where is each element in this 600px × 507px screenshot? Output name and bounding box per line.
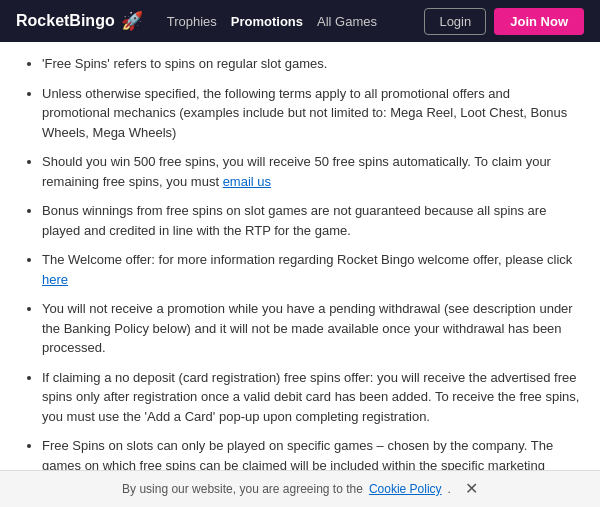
nav-links: Trophies Promotions All Games: [167, 14, 409, 29]
cookie-close-button[interactable]: ✕: [465, 481, 478, 497]
here-link[interactable]: here: [42, 272, 68, 287]
cookie-bar: By using our website, you are agreeing t…: [0, 470, 600, 507]
list-item: Bonus winnings from free spins on slot g…: [42, 201, 580, 240]
list-item-text: Bonus winnings from free spins on slot g…: [42, 203, 546, 238]
list-item: The Welcome offer: for more information …: [42, 250, 580, 289]
list-item: If claiming a no deposit (card registrat…: [42, 368, 580, 427]
header: RocketBingo 🚀 Trophies Promotions All Ga…: [0, 0, 600, 42]
list-item-text-before: Should you win 500 free spins, you will …: [42, 154, 551, 189]
list-item: Unless otherwise specified, the followin…: [42, 84, 580, 143]
list-item: Should you win 500 free spins, you will …: [42, 152, 580, 191]
list-item-text: 'Free Spins' refers to spins on regular …: [42, 56, 327, 71]
list-item-text: Unless otherwise specified, the followin…: [42, 86, 567, 140]
main-content: 'Free Spins' refers to spins on regular …: [0, 42, 600, 507]
terms-list: 'Free Spins' refers to spins on regular …: [20, 54, 580, 507]
nav-all-games[interactable]: All Games: [317, 14, 377, 29]
email-us-link[interactable]: email us: [223, 174, 271, 189]
list-item: You will not receive a promotion while y…: [42, 299, 580, 358]
rocket-icon: 🚀: [121, 10, 143, 32]
logo-area: RocketBingo 🚀: [16, 10, 143, 32]
list-item-text: You will not receive a promotion while y…: [42, 301, 573, 355]
list-item-text: If claiming a no deposit (card registrat…: [42, 370, 579, 424]
list-item-text-before: The Welcome offer: for more information …: [42, 252, 572, 267]
cookie-text-after: .: [448, 482, 451, 496]
login-button[interactable]: Login: [424, 8, 486, 35]
list-item: 'Free Spins' refers to spins on regular …: [42, 54, 580, 74]
cookie-text-before: By using our website, you are agreeing t…: [122, 482, 363, 496]
header-buttons: Login Join Now: [424, 8, 584, 35]
logo-text: RocketBingo: [16, 12, 115, 30]
cookie-policy-link[interactable]: Cookie Policy: [369, 482, 442, 496]
nav-trophies[interactable]: Trophies: [167, 14, 217, 29]
join-button[interactable]: Join Now: [494, 8, 584, 35]
nav-promotions[interactable]: Promotions: [231, 14, 303, 29]
